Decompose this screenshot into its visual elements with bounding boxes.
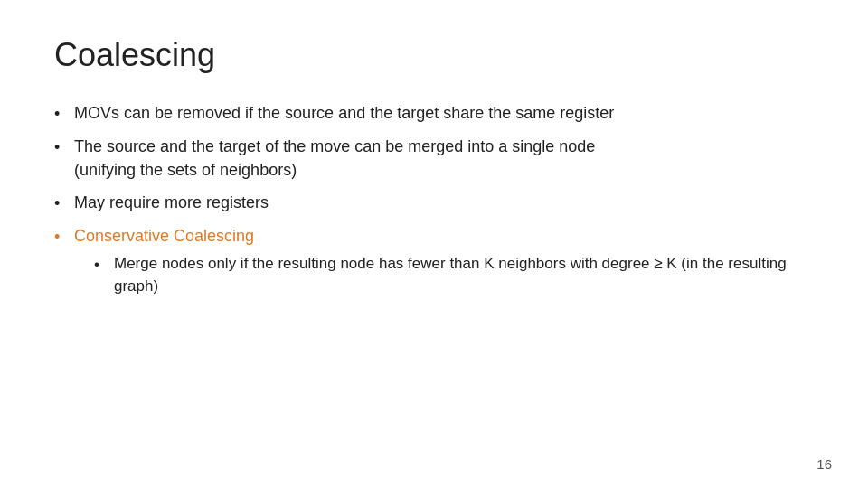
page-number: 16 xyxy=(816,456,832,472)
bullet-dot-1: • xyxy=(54,102,74,126)
bullet-item-1: • MOVs can be removed if the source and … xyxy=(54,101,814,126)
bullet-dot-2: • xyxy=(54,136,74,159)
bullet-item-2: • The source and the target of the move … xyxy=(54,135,814,182)
content-area: • MOVs can be removed if the source and … xyxy=(54,101,814,461)
bullet-text-3: May require more registers xyxy=(74,191,814,214)
slide: Coalescing • MOVs can be removed if the … xyxy=(0,0,868,488)
bullet-item-4: • Conservative Coalescing • Merge nodes … xyxy=(54,224,814,297)
bullet-dot-3: • xyxy=(54,192,74,215)
sub-bullet-text-1: Merge nodes only if the resulting node h… xyxy=(114,253,814,297)
bullet-item-3: • May require more registers xyxy=(54,191,814,215)
sub-bullet-dot-1: • xyxy=(94,254,114,277)
sub-bullet-item-1: • Merge nodes only if the resulting node… xyxy=(94,253,814,297)
bullet-text-4: Conservative Coalescing xyxy=(74,227,254,245)
bullet-dot-4: • xyxy=(54,225,74,249)
bullet-text-1: MOVs can be removed if the source and th… xyxy=(74,101,814,125)
bullet-text-2: The source and the target of the move ca… xyxy=(74,135,814,182)
slide-title: Coalescing xyxy=(54,36,814,74)
